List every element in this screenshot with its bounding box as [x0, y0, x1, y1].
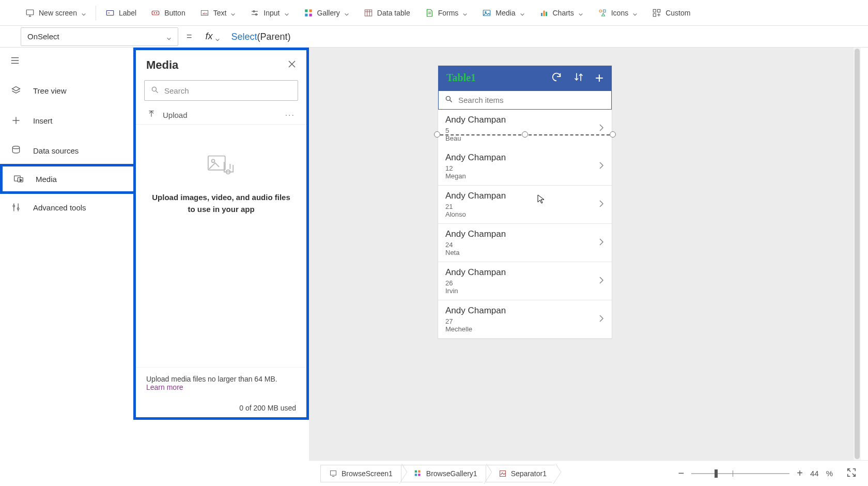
- chevron-down-icon: [578, 10, 583, 16]
- svg-rect-67: [415, 474, 417, 476]
- breadcrumb-label: BrowseGallery1: [426, 469, 477, 478]
- learn-more-link[interactable]: Learn more: [146, 383, 183, 391]
- list-item[interactable]: Andy Champan26Irvin: [438, 262, 612, 300]
- list-item[interactable]: Andy Champan27Mechelle: [438, 300, 612, 339]
- chevron-down-icon: [166, 34, 172, 39]
- custom-button-label: Custom: [665, 9, 690, 17]
- media-footer-text: Upload media files no larger than 64 MB.: [146, 375, 277, 383]
- separator-icon: [499, 469, 507, 478]
- data-table-button[interactable]: Data table: [357, 1, 417, 25]
- data-table-icon: [364, 8, 373, 18]
- property-select-value: OnSelect: [27, 32, 59, 41]
- custom-button[interactable]: Custom: [645, 1, 698, 25]
- gallery-icon: [414, 469, 422, 478]
- svg-line-71: [853, 474, 855, 476]
- charts-button-label: Charts: [553, 9, 574, 17]
- button-insert-button[interactable]: Button: [144, 1, 192, 25]
- breadcrumb-item[interactable]: BrowseGallery1: [401, 465, 486, 482]
- sidebar-item-label: Data sources: [33, 146, 79, 155]
- svg-rect-30: [603, 10, 606, 12]
- list-item[interactable]: Andy Champan12Megan: [438, 147, 612, 186]
- media-icon: [482, 8, 491, 18]
- svg-rect-68: [419, 474, 421, 476]
- formula-function: Select: [231, 32, 257, 42]
- svg-rect-5: [152, 11, 159, 15]
- media-panel: Media Search Upload ··· Upload images, v…: [133, 48, 309, 420]
- list-item[interactable]: Andy Champan5Beau: [438, 110, 612, 147]
- chevron-right-icon: [598, 237, 605, 249]
- sidebar-item-tree-view[interactable]: Tree view: [0, 75, 133, 105]
- chevron-down-icon: [230, 10, 236, 16]
- upload-icon: [147, 110, 156, 120]
- gallery-button[interactable]: Gallery: [297, 1, 357, 25]
- list-item-line3: Neta: [445, 249, 506, 256]
- new-screen-button[interactable]: New screen: [18, 1, 94, 25]
- chevron-down-icon: [520, 10, 525, 16]
- media-search-input[interactable]: Search: [144, 80, 298, 101]
- svg-point-6: [154, 12, 155, 13]
- media-toolbar-button[interactable]: Media: [475, 1, 532, 25]
- list-item-line3: Megan: [445, 172, 506, 180]
- svg-rect-0: [26, 10, 34, 15]
- canvas-scrollbar[interactable]: [854, 48, 861, 460]
- forms-button[interactable]: Forms: [417, 1, 475, 25]
- input-button[interactable]: Input: [243, 1, 296, 25]
- svg-rect-16: [305, 13, 307, 16]
- chevron-down-icon: [81, 10, 86, 16]
- label-button[interactable]: Label: [98, 1, 144, 25]
- chevron-down-icon: [344, 10, 349, 16]
- charts-button[interactable]: Charts: [532, 1, 591, 25]
- svg-point-61: [446, 96, 450, 100]
- list-item[interactable]: Andy Champan24Neta: [438, 224, 612, 262]
- input-icon: [250, 8, 259, 18]
- list-item[interactable]: Andy Champan21Alonso: [438, 186, 612, 224]
- icons-button[interactable]: Icons: [591, 1, 645, 25]
- breadcrumb-item[interactable]: BrowseScreen1: [320, 465, 401, 482]
- more-button[interactable]: ···: [285, 111, 295, 120]
- svg-point-49: [13, 205, 14, 207]
- zoom-slider[interactable]: [691, 473, 789, 474]
- chevron-right-icon: [598, 123, 605, 135]
- app-preview: Table1 + Search items Andy Champan5BeauA…: [438, 66, 612, 339]
- property-select[interactable]: OnSelect: [21, 27, 178, 46]
- list-item-line2: 5: [445, 127, 506, 134]
- app-search-input[interactable]: Search items: [438, 90, 612, 110]
- svg-point-58: [212, 159, 215, 162]
- close-icon[interactable]: [288, 60, 296, 70]
- design-canvas[interactable]: Table1 + Search items Andy Champan5BeauA…: [309, 48, 861, 460]
- svg-rect-66: [419, 470, 421, 473]
- sidebar-item-label: Advanced tools: [33, 203, 86, 212]
- sidebar-item-insert[interactable]: Insert: [0, 105, 133, 135]
- svg-rect-34: [653, 13, 656, 16]
- search-icon: [445, 95, 453, 105]
- list-item-line2: 26: [445, 279, 506, 287]
- svg-rect-3: [106, 10, 114, 15]
- zoom-in-button[interactable]: +: [797, 467, 803, 479]
- upload-button[interactable]: Upload: [147, 110, 188, 120]
- text-button-label: Text: [213, 9, 227, 17]
- breadcrumb-item[interactable]: Separator1: [486, 465, 555, 482]
- chevron-right-icon: [598, 160, 605, 173]
- sidebar-item-data-sources[interactable]: Data sources: [0, 135, 133, 165]
- button-insert-label: Button: [164, 9, 185, 17]
- formula-input[interactable]: Select(Parent): [231, 31, 291, 42]
- screen-icon: [25, 8, 35, 18]
- zoom-out-button[interactable]: −: [678, 467, 685, 479]
- input-button-label: Input: [264, 9, 280, 17]
- equals-label: =: [184, 31, 194, 42]
- sidebar-item-advanced-tools[interactable]: Advanced tools: [0, 192, 133, 222]
- app-search-placeholder: Search items: [458, 96, 504, 104]
- sidebar-item-media[interactable]: Media: [0, 164, 133, 194]
- fx-button[interactable]: fx: [200, 27, 225, 46]
- svg-text:abc: abc: [203, 11, 208, 14]
- text-button[interactable]: abc Text: [193, 1, 243, 25]
- sort-icon[interactable]: [574, 71, 584, 85]
- forms-button-label: Forms: [438, 9, 459, 17]
- refresh-icon[interactable]: [551, 71, 562, 85]
- tools-icon: [10, 202, 22, 213]
- svg-rect-27: [543, 10, 545, 16]
- fit-screen-icon[interactable]: [846, 467, 857, 479]
- svg-rect-14: [305, 9, 307, 12]
- hamburger-button[interactable]: [0, 48, 133, 75]
- label-icon: [105, 8, 115, 18]
